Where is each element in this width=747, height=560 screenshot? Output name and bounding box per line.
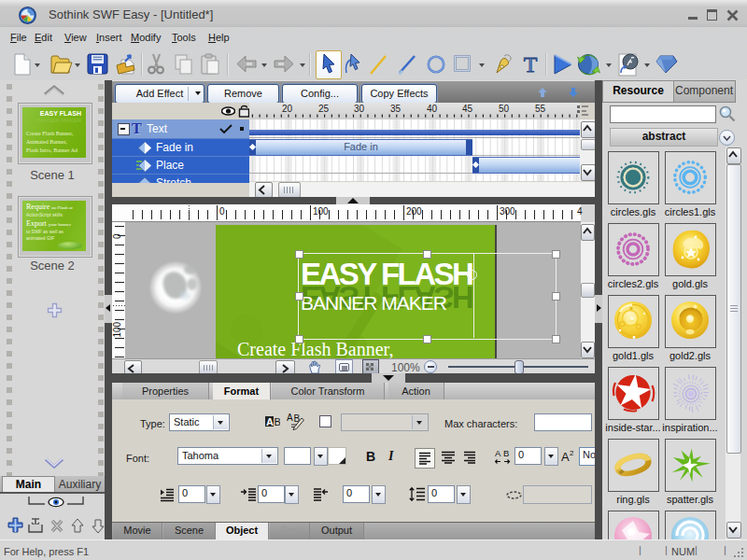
- svg-text:T: T: [524, 52, 538, 77]
- svg-text:100: 100: [112, 321, 122, 337]
- svg-text:B: B: [503, 449, 509, 458]
- svg-text:A: A: [266, 416, 274, 427]
- svg-text:0: 0: [112, 233, 122, 239]
- svg-text:A: A: [495, 449, 501, 458]
- svg-text:B: B: [275, 416, 281, 427]
- svg-text:2: 2: [570, 449, 574, 457]
- svg-text:A: A: [287, 413, 293, 423]
- svg-text:A: A: [561, 450, 570, 463]
